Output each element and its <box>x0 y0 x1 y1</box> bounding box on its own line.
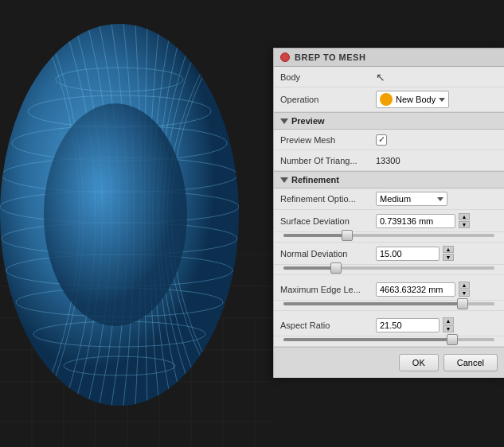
max-edge-spinner[interactable]: ▲ ▼ <box>459 282 470 297</box>
refinement-option-label: Refinement Optio... <box>280 194 376 204</box>
body-row: Body ↖ <box>274 67 504 87</box>
aspect-ratio-row: Aspect Ratio ▲ ▼ <box>274 314 504 336</box>
operation-dropdown-label: New Body <box>396 95 436 104</box>
max-edge-value: ▲ ▼ <box>376 282 498 297</box>
normal-deviation-label: Normal Deviation <box>280 249 376 258</box>
surface-deviation-spinner[interactable]: ▲ ▼ <box>459 213 470 228</box>
max-edge-up[interactable]: ▲ <box>459 282 470 289</box>
mesh-svg <box>0 0 271 447</box>
preview-mesh-label: Preview Mesh <box>280 135 376 145</box>
refinement-section-header[interactable]: Refinement <box>274 171 504 189</box>
num-triangles-row: Number Of Triang... 13300 <box>274 150 504 171</box>
refinement-dropdown-arrow-icon <box>437 197 443 201</box>
normal-deviation-row: Normal Deviation ▲ ▼ <box>274 243 504 265</box>
max-edge-input[interactable] <box>376 282 455 297</box>
aspect-ratio-down[interactable]: ▼ <box>443 325 454 332</box>
normal-deviation-input[interactable] <box>376 247 440 261</box>
max-edge-label: Maximum Edge Le... <box>280 285 376 294</box>
aspect-ratio-spinner[interactable]: ▲ ▼ <box>443 317 454 332</box>
surface-deviation-fill <box>283 234 347 237</box>
operation-label: Operation <box>280 95 376 104</box>
surface-deviation-row: Surface Deviation ▲ ▼ <box>274 210 504 232</box>
normal-deviation-spinner[interactable]: ▲ ▼ <box>443 246 454 261</box>
preview-mesh-row: Preview Mesh ✓ <box>274 130 504 150</box>
brep-to-mesh-panel: BREP TO MESH Body ↖ Operation New Body <box>273 48 504 378</box>
operation-row: Operation New Body <box>274 87 504 112</box>
normal-deviation-thumb[interactable] <box>330 262 342 274</box>
aspect-ratio-fill <box>283 338 452 341</box>
preview-section-label: Preview <box>291 116 325 126</box>
preview-mesh-checkbox[interactable]: ✓ <box>376 134 387 146</box>
surface-deviation-value: ▲ ▼ <box>376 213 498 228</box>
normal-deviation-fill <box>283 266 336 270</box>
num-triangles-value: 13300 <box>376 156 498 165</box>
triangle-refinement-icon[interactable] <box>280 177 288 183</box>
operation-icon <box>380 93 393 106</box>
normal-deviation-up[interactable]: ▲ <box>443 246 454 253</box>
normal-deviation-track[interactable] <box>283 266 494 270</box>
refinement-option-row: Refinement Optio... Medium <box>274 189 504 210</box>
surface-deviation-down[interactable]: ▼ <box>459 221 470 228</box>
panel-titlebar: BREP TO MESH <box>274 49 504 67</box>
refinement-option-value[interactable]: Medium <box>376 192 498 206</box>
preview-mesh-value: ✓ <box>376 134 498 146</box>
cancel-button[interactable]: Cancel <box>443 354 498 371</box>
refinement-section-label: Refinement <box>291 175 339 185</box>
ok-button[interactable]: OK <box>399 354 439 371</box>
num-triangles-label: Number Of Triang... <box>280 156 376 165</box>
refinement-option-dropdown-label: Medium <box>380 194 411 204</box>
max-edge-slider-row <box>274 301 504 311</box>
body-label: Body <box>280 72 376 82</box>
max-edge-fill <box>283 302 463 305</box>
aspect-ratio-value: ▲ ▼ <box>376 317 498 332</box>
surface-deviation-input[interactable] <box>376 214 455 228</box>
bg-scene <box>0 0 271 447</box>
aspect-ratio-track[interactable] <box>283 338 494 341</box>
aspect-ratio-thumb[interactable] <box>447 334 458 345</box>
aspect-ratio-label: Aspect Ratio <box>280 321 376 330</box>
body-value: ↖ <box>376 71 498 84</box>
aspect-ratio-up[interactable]: ▲ <box>443 317 454 325</box>
panel-footer: OK Cancel <box>274 347 504 378</box>
max-edge-track[interactable] <box>283 302 494 305</box>
operation-dropdown[interactable]: New Body <box>376 91 449 108</box>
aspect-ratio-slider-row <box>274 336 504 347</box>
operation-value[interactable]: New Body <box>376 91 498 108</box>
surface-deviation-thumb[interactable] <box>342 230 353 241</box>
surface-deviation-slider-row <box>274 232 504 243</box>
close-button[interactable] <box>280 52 290 62</box>
svg-point-28 <box>44 103 187 326</box>
num-triangles-number: 13300 <box>376 156 400 165</box>
normal-deviation-slider-row <box>274 265 504 275</box>
normal-deviation-down[interactable]: ▼ <box>443 254 454 261</box>
dropdown-arrow-icon <box>439 98 445 102</box>
cursor-icon: ↖ <box>376 71 385 84</box>
preview-section-header[interactable]: Preview <box>274 112 504 130</box>
normal-deviation-value: ▲ ▼ <box>376 246 498 261</box>
triangle-collapse-icon[interactable] <box>280 119 288 124</box>
max-edge-thumb[interactable] <box>457 298 468 309</box>
surface-deviation-track[interactable] <box>283 234 494 237</box>
panel-body: Body ↖ Operation New Body Preview Previe… <box>274 67 504 347</box>
panel-title: BREP TO MESH <box>295 52 365 62</box>
surface-deviation-up[interactable]: ▲ <box>459 213 470 220</box>
surface-deviation-label: Surface Deviation <box>280 216 376 226</box>
max-edge-row: Maximum Edge Le... ▲ ▼ <box>274 278 504 301</box>
aspect-ratio-input[interactable] <box>376 318 440 332</box>
refinement-option-dropdown[interactable]: Medium <box>376 192 447 206</box>
max-edge-down[interactable]: ▼ <box>459 290 470 297</box>
